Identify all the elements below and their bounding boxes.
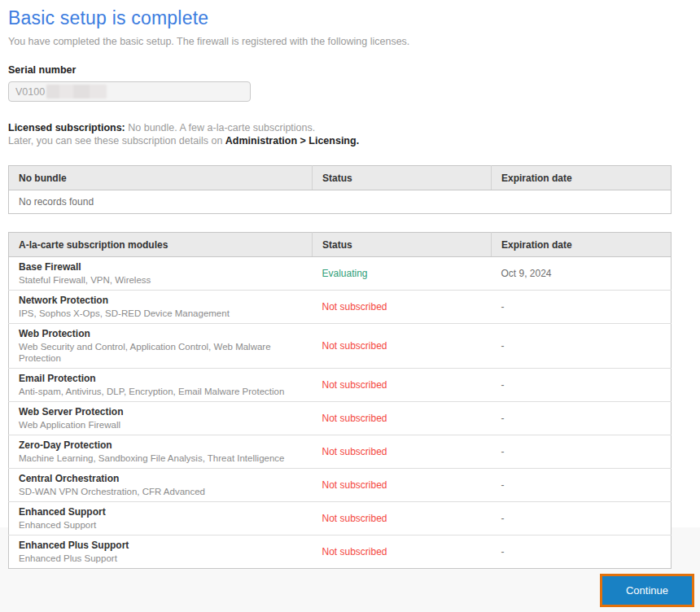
subscription-row: Web Server ProtectionWeb Application Fir… [9, 402, 672, 435]
module-status: Not subscribed [322, 446, 387, 457]
page-subtitle: You have completed the basic setup. The … [8, 36, 692, 47]
no-records-found-text: No records found [9, 190, 672, 214]
module-name: Enhanced Plus Support [19, 540, 303, 551]
module-status: Not subscribed [322, 340, 387, 352]
module-description: Enhanced Support [19, 519, 303, 531]
alacarte-table-header-expiration: Expiration date [492, 233, 672, 257]
module-description: Stateful Firewall, VPN, Wireless [19, 274, 303, 286]
module-expiration-date: - [492, 435, 672, 469]
module-description: Web Security and Control, Application Co… [19, 341, 303, 364]
module-name: Base Firewall [19, 261, 303, 273]
module-expiration-date: - [492, 369, 672, 402]
subscription-row: Central OrchestrationSD-WAN VPN Orchestr… [9, 469, 672, 502]
alacarte-table-header-modules: A-la-carte subscription modules [9, 233, 313, 257]
page-title: Basic setup is complete [8, 0, 692, 28]
continue-button[interactable]: Continue [600, 574, 694, 607]
module-name: Network Protection [19, 295, 303, 306]
module-name: Web Protection [19, 328, 303, 339]
module-name: Zero-Day Protection [19, 439, 303, 451]
note-rest: No bundle. A few a-la-carte subscription… [125, 122, 315, 133]
serial-number-label: Serial number [8, 64, 692, 76]
alacarte-table-header-status: Status [313, 233, 492, 257]
module-status: Not subscribed [322, 301, 387, 313]
note-line-1: Licensed subscriptions: No bundle. A few… [8, 121, 692, 134]
module-status: Not subscribed [322, 479, 387, 491]
module-expiration-date: - [492, 469, 672, 502]
module-status: Not subscribed [322, 546, 387, 557]
subscription-row: Base FirewallStateful Firewall, VPN, Wir… [9, 257, 672, 291]
module-name: Enhanced Support [19, 506, 303, 518]
serial-number-input[interactable] [8, 81, 251, 102]
module-expiration-date: - [492, 291, 672, 324]
module-description: Enhanced Plus Support [19, 553, 303, 564]
alacarte-table: A-la-carte subscription modules Status E… [8, 232, 672, 569]
note-line2-prefix: Later, you can see these subscription de… [8, 135, 225, 146]
module-expiration-date: - [492, 502, 672, 536]
note-line2-bold: Administration > Licensing. [225, 135, 359, 146]
module-expiration-date: Oct 9, 2024 [492, 257, 672, 291]
bundle-table-header-expiration: Expiration date [492, 166, 672, 190]
serial-number-field-wrap [8, 81, 251, 102]
subscription-row: Enhanced SupportEnhanced SupportNot subs… [9, 502, 672, 536]
note-bold-lead: Licensed subscriptions: [8, 122, 125, 133]
subscription-row: Web ProtectionWeb Security and Control, … [9, 324, 672, 369]
module-description: Machine Learning, Sandboxing File Analys… [19, 452, 303, 464]
module-description: Web Application Firewall [19, 419, 303, 431]
subscription-row: Zero-Day ProtectionMachine Learning, San… [9, 435, 672, 469]
module-description: SD-WAN VPN Orchestration, CFR Advanced [19, 486, 303, 497]
bundle-table-header-name: No bundle [9, 166, 313, 190]
subscription-row: Enhanced Plus SupportEnhanced Plus Suppo… [9, 536, 672, 569]
subscription-row: Network ProtectionIPS, Sophos X-Ops, SD-… [9, 291, 672, 324]
module-description: IPS, Sophos X-Ops, SD-RED Device Managem… [19, 308, 303, 319]
setup-complete-page: Basic setup is complete You have complet… [0, 0, 700, 569]
bundle-table-header-row: No bundle Status Expiration date [9, 166, 672, 190]
module-status: Not subscribed [322, 513, 387, 524]
module-status: Not subscribed [322, 379, 387, 391]
module-description: Anti-spam, Antivirus, DLP, Encryption, E… [19, 386, 303, 397]
module-name: Central Orchestration [19, 473, 303, 484]
note-line-2: Later, you can see these subscription de… [8, 134, 692, 147]
bundle-table: No bundle Status Expiration date No reco… [8, 165, 672, 214]
alacarte-table-header-row: A-la-carte subscription modules Status E… [9, 233, 672, 257]
subscription-row: Email ProtectionAnti-spam, Antivirus, DL… [9, 369, 672, 402]
module-name: Web Server Protection [19, 406, 303, 417]
module-expiration-date: - [492, 324, 672, 369]
alacarte-table-body: Base FirewallStateful Firewall, VPN, Wir… [9, 257, 672, 569]
bundle-table-header-status: Status [313, 166, 492, 190]
licensed-subscriptions-note: Licensed subscriptions: No bundle. A few… [8, 121, 692, 147]
bundle-table-empty-row: No records found [9, 190, 672, 214]
module-name: Email Protection [19, 373, 303, 384]
module-expiration-date: - [492, 402, 672, 435]
module-status: Not subscribed [322, 413, 387, 424]
module-status: Evaluating [322, 268, 368, 279]
module-expiration-date: - [492, 536, 672, 569]
